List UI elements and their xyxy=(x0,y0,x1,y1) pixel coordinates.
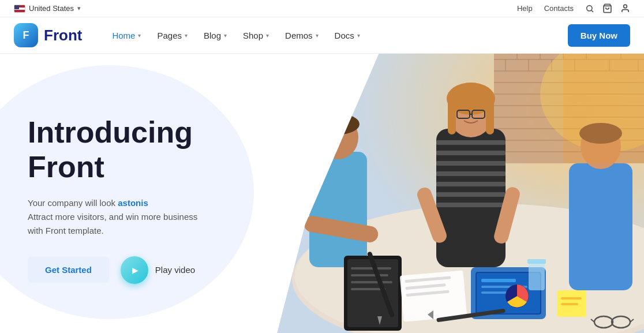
office-illustration xyxy=(275,54,644,333)
svg-rect-41 xyxy=(486,100,494,134)
contacts-link[interactable]: Contacts xyxy=(544,4,574,13)
docs-chevron-icon: ▾ xyxy=(357,32,360,39)
country-label: United States xyxy=(29,4,74,13)
search-icon xyxy=(585,4,594,13)
hero-title: Introducing Front xyxy=(28,115,277,185)
cart-button[interactable] xyxy=(602,3,612,13)
play-video-label: Play video xyxy=(155,265,195,275)
buy-now-button[interactable]: Buy Now xyxy=(568,24,630,47)
svg-rect-64 xyxy=(351,274,388,276)
svg-rect-57 xyxy=(481,279,516,282)
svg-rect-40 xyxy=(448,100,456,134)
search-button[interactable] xyxy=(585,4,594,13)
svg-point-3 xyxy=(624,5,627,8)
cart-icon xyxy=(602,3,612,13)
svg-point-49 xyxy=(317,114,360,134)
nav-item-pages[interactable]: Pages ▾ xyxy=(150,27,194,44)
country-chevron-icon: ▾ xyxy=(77,5,81,12)
svg-rect-75 xyxy=(561,303,578,305)
svg-rect-35 xyxy=(436,182,506,186)
main-navbar: F Front Home ▾ Pages ▾ Blog ▾ Shop ▾ Dem… xyxy=(0,17,644,54)
user-icon xyxy=(620,3,630,13)
nav-item-home[interactable]: Home ▾ xyxy=(105,27,148,44)
svg-rect-65 xyxy=(351,281,392,283)
nav-item-demos[interactable]: Demos ▾ xyxy=(278,27,325,44)
svg-rect-30 xyxy=(436,129,506,267)
demos-chevron-icon: ▾ xyxy=(316,32,319,39)
svg-rect-34 xyxy=(436,171,506,176)
nav-item-blog[interactable]: Blog ▾ xyxy=(197,27,234,44)
svg-rect-74 xyxy=(561,297,582,300)
nav-item-shop[interactable]: Shop ▾ xyxy=(236,27,276,44)
hero-image-clip xyxy=(275,54,644,333)
svg-rect-85 xyxy=(563,54,644,163)
help-link[interactable]: Help xyxy=(517,4,533,13)
pages-chevron-icon: ▾ xyxy=(185,32,188,39)
svg-rect-77 xyxy=(527,259,546,264)
user-button[interactable] xyxy=(620,3,630,13)
hero-actions: Get Started ▶ Play video xyxy=(28,256,277,284)
svg-rect-36 xyxy=(436,192,506,197)
hero-image xyxy=(275,54,644,333)
logo[interactable]: F Front xyxy=(14,23,82,47)
svg-point-0 xyxy=(587,5,592,10)
svg-rect-31 xyxy=(436,140,506,145)
svg-line-1 xyxy=(591,10,593,12)
svg-rect-47 xyxy=(309,152,367,267)
top-bar-icons xyxy=(585,3,630,13)
top-bar-right: Help Contacts xyxy=(517,3,630,13)
hero-section: Introducing Front Your company will look… xyxy=(0,54,644,333)
get-started-button[interactable]: Get Started xyxy=(28,257,109,283)
nav-item-docs[interactable]: Docs ▾ xyxy=(328,27,367,44)
play-icon: ▶ xyxy=(121,256,148,284)
us-flag-icon xyxy=(14,5,25,13)
svg-rect-76 xyxy=(529,261,545,290)
hero-content: Introducing Front Your company will look… xyxy=(0,54,277,333)
top-bar: United States ▾ Help Contacts xyxy=(0,0,644,17)
hero-subtitle: Your company will look astonis Attract m… xyxy=(28,196,235,238)
country-selector[interactable]: United States ▾ xyxy=(14,4,81,13)
svg-rect-33 xyxy=(436,161,506,166)
svg-rect-37 xyxy=(436,203,506,207)
nav-links: Home ▾ Pages ▾ Blog ▾ Shop ▾ Demos ▾ Doc… xyxy=(105,27,558,44)
logo-text: Front xyxy=(44,27,82,44)
home-chevron-icon: ▾ xyxy=(138,32,141,39)
shop-chevron-icon: ▾ xyxy=(266,32,269,39)
blog-chevron-icon: ▾ xyxy=(224,32,227,39)
svg-rect-63 xyxy=(351,267,391,270)
play-video-button[interactable]: ▶ Play video xyxy=(121,256,195,284)
logo-icon: F xyxy=(14,23,38,47)
svg-rect-51 xyxy=(569,163,632,290)
svg-rect-32 xyxy=(436,151,506,155)
